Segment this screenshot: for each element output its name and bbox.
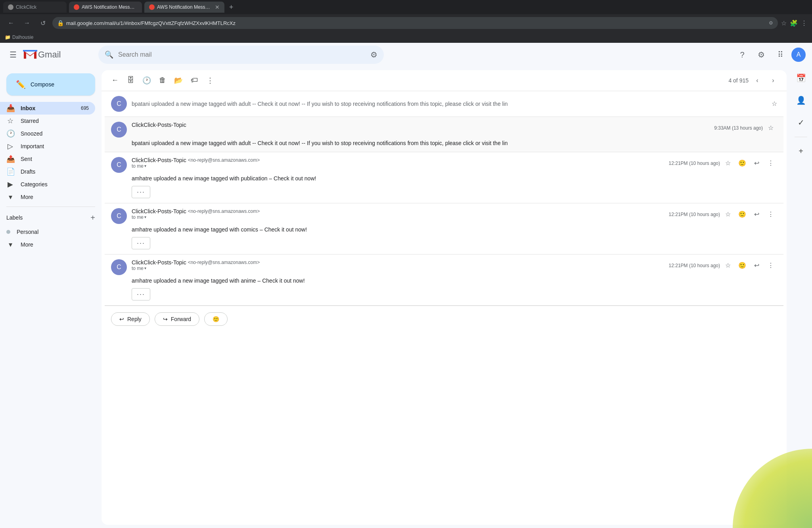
- tasks-panel-button[interactable]: ✓: [793, 115, 809, 130]
- emoji-button-3[interactable]: 🙂: [736, 208, 749, 221]
- nav-right-area: ☆ 🧩 ⋮: [781, 19, 807, 27]
- snooze-button[interactable]: 🕐: [140, 73, 154, 88]
- labels-more-label: More: [21, 241, 89, 248]
- email-message-4: C ClickClick-Posts-Topic <no-reply@sns.a…: [105, 254, 783, 306]
- browser-chrome: ClickClick AWS Notification Message - mh…: [0, 0, 812, 14]
- more-button-2[interactable]: ⋮: [764, 157, 777, 170]
- next-thread-button[interactable]: ›: [766, 73, 780, 88]
- settings-button[interactable]: ⚙: [753, 47, 769, 63]
- back-button[interactable]: ←: [5, 17, 17, 29]
- sidebar-item-drafts[interactable]: 📄 Drafts: [0, 165, 95, 178]
- bookmark-icon[interactable]: ☆: [781, 19, 787, 27]
- browser-tab-2[interactable]: AWS Notification Message - mhat...: [69, 2, 142, 13]
- sidebar-item-categories[interactable]: ▶ Categories: [0, 178, 95, 191]
- email-time-3: 12:21PM (10 hours ago): [669, 212, 720, 217]
- side-panel-divider: [795, 137, 807, 137]
- sidebar-item-sent[interactable]: 📤 Sent: [0, 153, 95, 165]
- archive-button[interactable]: 🗄: [124, 73, 138, 88]
- apps-button[interactable]: ⠿: [772, 47, 788, 63]
- show-more-button-2[interactable]: ···: [132, 186, 150, 198]
- delete-button[interactable]: 🗑: [155, 73, 170, 88]
- menu-icon[interactable]: ⋮: [801, 19, 807, 27]
- emoji-button-4[interactable]: 🙂: [736, 259, 749, 272]
- gmail-search-bar[interactable]: 🔍 ⚙: [98, 46, 384, 64]
- side-panel: 📅 👤 ✓ +: [790, 67, 812, 528]
- reply-label: Reply: [127, 316, 142, 322]
- email-sender-4: ClickClick-Posts-Topic <no-reply@sns.ama…: [132, 259, 661, 266]
- email-actions-3: 12:21PM (10 hours ago) ☆ 🙂 ↩ ⋮: [669, 208, 777, 221]
- sidebar-item-snoozed[interactable]: 🕐 Snoozed: [0, 127, 95, 140]
- sidebar-item-inbox[interactable]: 📥 Inbox 695: [0, 102, 95, 115]
- star-button-4[interactable]: ☆: [722, 259, 734, 272]
- hamburger-menu-button[interactable]: ☰: [6, 47, 20, 63]
- emoji-reply-button[interactable]: 🙂: [204, 312, 228, 326]
- starred-icon: ☆: [6, 117, 14, 125]
- show-more-button-3[interactable]: ···: [132, 237, 150, 249]
- search-input[interactable]: [118, 51, 366, 58]
- tab2-favicon: [74, 4, 79, 10]
- reply-button[interactable]: ↩ Reply: [111, 312, 150, 326]
- label-button[interactable]: 🏷: [187, 73, 201, 88]
- extension-icon[interactable]: 🧩: [790, 19, 798, 27]
- compose-button[interactable]: ✏️ Compose: [6, 73, 95, 96]
- search-filter-icon[interactable]: ⚙: [370, 50, 377, 59]
- reply-button-4[interactable]: ↩: [750, 259, 763, 272]
- email-meta-2: ClickClick-Posts-Topic <no-reply@sns.ama…: [132, 157, 661, 169]
- star-button-1[interactable]: ☆: [764, 122, 777, 134]
- move-to-button[interactable]: 📂: [171, 73, 186, 88]
- contacts-panel-button[interactable]: 👤: [793, 92, 809, 108]
- sidebar-item-important[interactable]: ▷ Important: [0, 140, 95, 153]
- more-button-3[interactable]: ⋮: [764, 208, 777, 221]
- user-avatar[interactable]: A: [791, 48, 806, 62]
- bookmark-label: Dalhousie: [12, 34, 33, 40]
- drafts-label: Drafts: [21, 168, 89, 175]
- more-button-4[interactable]: ⋮: [764, 259, 777, 272]
- url-bar[interactable]: 🔒 mail.google.com/mail/u/1/#inbox/FMfcgz…: [52, 17, 778, 29]
- back-to-inbox-button[interactable]: ←: [108, 73, 122, 88]
- personal-label-dot: [6, 230, 10, 234]
- email-more-4: ···: [132, 288, 777, 300]
- browser-tab-3[interactable]: AWS Notification Message - n... ✕: [144, 2, 224, 13]
- add-panel-button[interactable]: +: [793, 143, 809, 159]
- tune-icon[interactable]: ⚙: [769, 20, 773, 26]
- calendar-panel-button[interactable]: 📅: [793, 70, 809, 86]
- more-toolbar-button[interactable]: ⋮: [203, 73, 217, 88]
- show-more-button-4[interactable]: ···: [132, 288, 150, 300]
- bookmark-dalhousie[interactable]: 📁 Dalhousie: [5, 34, 33, 40]
- reply-button-3[interactable]: ↩: [750, 208, 763, 221]
- star-button-3[interactable]: ☆: [722, 208, 734, 221]
- forward-button[interactable]: →: [21, 17, 33, 29]
- star-button-2[interactable]: ☆: [722, 157, 734, 170]
- forward-button[interactable]: ↪ Forward: [155, 312, 199, 326]
- tab2-title: AWS Notification Message - mhat...: [82, 4, 137, 10]
- sidebar-item-labels-more[interactable]: ▾ More: [0, 238, 95, 251]
- tab1-favicon: [8, 4, 13, 10]
- important-label: Important: [21, 143, 89, 149]
- add-label-button[interactable]: +: [90, 213, 95, 222]
- tab3-close-icon[interactable]: ✕: [215, 4, 220, 10]
- email-collapsed-0[interactable]: C bpatani uploaded a new image tagged wi…: [105, 91, 783, 117]
- browser-tab-1[interactable]: ClickClick: [3, 2, 67, 13]
- lock-icon: 🔒: [57, 20, 64, 26]
- email-header-4: C ClickClick-Posts-Topic <no-reply@sns.a…: [111, 259, 777, 275]
- collapsed-snippet-0: bpatani uploaded a new image tagged with…: [132, 101, 767, 107]
- email-message-2: C ClickClick-Posts-Topic <no-reply@sns.a…: [105, 152, 783, 203]
- sidebar-item-starred[interactable]: ☆ Starred: [0, 115, 95, 127]
- sidebar-item-personal[interactable]: Personal: [0, 226, 95, 238]
- reply-button-2[interactable]: ↩: [750, 157, 763, 170]
- tab3-title: AWS Notification Message - n...: [157, 4, 213, 10]
- sidebar-item-more[interactable]: ▾ More: [0, 191, 95, 203]
- email-to-4[interactable]: to me ▾: [132, 266, 661, 271]
- help-button[interactable]: ?: [734, 47, 750, 63]
- forward-label: Forward: [171, 316, 191, 322]
- new-tab-button[interactable]: +: [227, 3, 236, 11]
- previous-thread-button[interactable]: ‹: [750, 73, 764, 88]
- compose-label: Compose: [31, 81, 54, 88]
- more-chevron-icon: ▾: [6, 193, 14, 201]
- emoji-button-2[interactable]: 🙂: [736, 157, 749, 170]
- email-to-3[interactable]: to me ▾: [132, 214, 661, 220]
- email-sender-2: ClickClick-Posts-Topic <no-reply@sns.ama…: [132, 157, 661, 163]
- email-to-2[interactable]: to me ▾: [132, 163, 661, 169]
- star-button-0[interactable]: ☆: [772, 100, 777, 107]
- reload-button[interactable]: ↺: [36, 17, 49, 29]
